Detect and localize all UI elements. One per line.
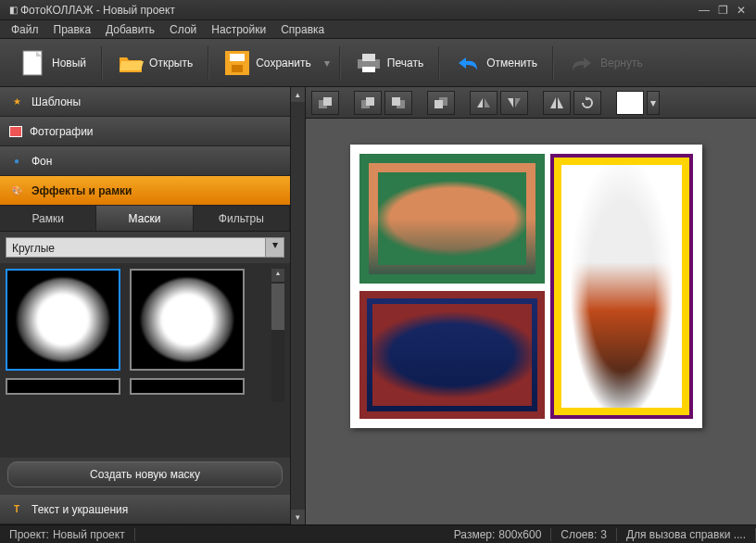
mask-thumb-3[interactable] (6, 378, 120, 395)
scroll-up-icon[interactable]: ▴ (291, 87, 305, 102)
redo-button[interactable]: Вернуть (560, 46, 652, 80)
send-back-button[interactable] (427, 91, 455, 115)
layer-up-button[interactable] (354, 91, 382, 115)
toolbar-separator (208, 46, 209, 80)
app-icon: ◧ (6, 3, 20, 18)
mask-thumbnails: ▴ (0, 263, 290, 458)
bring-front-button[interactable] (311, 91, 339, 115)
svg-marker-21 (558, 97, 563, 108)
main-toolbar: Новый Открыть Сохранить ▾ Печать Отменит… (0, 39, 756, 87)
status-layers: Слоев: 3 (551, 528, 617, 541)
accordion-templates[interactable]: ★ Шаблоны (0, 87, 290, 117)
tab-filters[interactable]: Фильтры (194, 206, 290, 231)
tab-frames[interactable]: Рамки (0, 206, 96, 231)
accordion-photos[interactable]: Фотографии (0, 117, 290, 146)
menu-add[interactable]: Добавить (98, 21, 162, 38)
main-area: ★ Шаблоны Фотографии ● Фон 🎨 Эффекты и р… (0, 87, 756, 524)
menubar: Файл Правка Добавить Слой Настройки Спра… (0, 20, 756, 39)
thumbs-scrollbar[interactable]: ▴ (271, 269, 284, 402)
svg-rect-15 (435, 100, 443, 108)
flip-h-button[interactable] (470, 91, 498, 115)
svg-marker-19 (515, 98, 521, 107)
subtabs: Рамки Маски Фильтры (0, 206, 290, 232)
left-scrollbar[interactable]: ▴ ▾ (290, 87, 305, 524)
save-button[interactable]: Сохранить (215, 46, 321, 80)
accordion-label: Эффекты и рамки (32, 184, 132, 197)
new-button[interactable]: Новый (11, 46, 95, 80)
layer-down-button[interactable] (384, 91, 412, 115)
minimize-button[interactable]: — (695, 4, 713, 17)
floppy-icon (224, 50, 250, 76)
svg-rect-11 (366, 97, 374, 106)
page-dropdown[interactable]: ▾ (647, 91, 660, 115)
status-help: Для вызова справки .... (617, 528, 756, 541)
redo-icon (569, 50, 595, 76)
toolbar-separator (552, 46, 554, 80)
tab-masks[interactable]: Маски (96, 206, 193, 231)
print-button[interactable]: Печать (346, 46, 433, 80)
menu-settings[interactable]: Настройки (204, 21, 273, 38)
star-icon: ★ (9, 95, 24, 109)
maximize-button[interactable]: ❐ (713, 4, 732, 17)
toolbar-separator (339, 46, 341, 80)
mirror-button[interactable] (543, 91, 571, 115)
mask-thumb-4[interactable] (130, 378, 245, 395)
text-icon: T (9, 502, 24, 517)
create-mask-button[interactable]: Создать новую маску (7, 461, 283, 487)
rotate-button[interactable] (573, 91, 601, 115)
svg-rect-23 (624, 96, 636, 109)
svg-marker-17 (485, 98, 490, 107)
accordion-label: Фон (32, 155, 52, 168)
new-label: Новый (52, 57, 86, 69)
undo-icon (455, 50, 481, 76)
dropdown-value: Круглые (6, 238, 265, 257)
open-button[interactable]: Открыть (108, 46, 202, 80)
photo-icon (9, 126, 22, 137)
scrollbar-thumb[interactable] (271, 284, 284, 330)
right-panel: ▾ (306, 87, 756, 524)
status-project: Проект: Новый проект (0, 528, 135, 541)
svg-marker-16 (477, 98, 483, 107)
mask-category-dropdown[interactable]: Круглые ▾ (6, 237, 284, 258)
svg-rect-7 (362, 67, 375, 72)
folder-open-icon (118, 50, 144, 76)
collage-image-2[interactable] (359, 291, 545, 419)
page-button[interactable] (616, 91, 644, 115)
accordion-label: Фотографии (30, 125, 94, 138)
titlebar: ◧ ФотоКОЛЛАЖ - Новый проект — ❐ ✕ (0, 0, 756, 20)
scroll-down-icon[interactable]: ▾ (291, 510, 305, 524)
mask-thumb-2[interactable] (130, 269, 245, 371)
menu-help[interactable]: Справка (273, 21, 332, 38)
menu-layer[interactable]: Слой (162, 21, 204, 38)
canvas-toolbar: ▾ (306, 87, 756, 119)
undo-button[interactable]: Отменить (446, 46, 547, 80)
save-label: Сохранить (256, 57, 311, 69)
svg-rect-3 (230, 54, 245, 61)
collage-page[interactable] (350, 145, 702, 428)
accordion-label: Шаблоны (32, 95, 81, 108)
close-button[interactable]: ✕ (732, 4, 750, 17)
menu-file[interactable]: Файл (4, 21, 46, 38)
svg-marker-20 (550, 97, 556, 108)
accordion-background[interactable]: ● Фон (0, 146, 290, 176)
statusbar: Проект: Новый проект Размер: 800x600 Сло… (0, 524, 756, 543)
menu-edit[interactable]: Правка (46, 21, 99, 38)
accordion-effects[interactable]: 🎨 Эффекты и рамки (0, 176, 290, 206)
left-panel: ★ Шаблоны Фотографии ● Фон 🎨 Эффекты и р… (0, 87, 306, 524)
window-title: ФотоКОЛЛАЖ - Новый проект (20, 4, 695, 17)
globe-icon: ● (9, 154, 24, 169)
svg-rect-9 (323, 97, 332, 106)
collage-image-1[interactable] (359, 154, 545, 284)
flip-v-button[interactable] (500, 91, 528, 115)
save-dropdown[interactable]: ▾ (321, 57, 334, 69)
accordion-label: Текст и украшения (32, 503, 128, 516)
chevron-down-icon: ▾ (265, 238, 284, 257)
collage-image-3[interactable] (550, 154, 693, 419)
palette-icon: 🎨 (9, 183, 24, 198)
redo-label: Вернуть (600, 57, 643, 69)
accordion-text[interactable]: T Текст и украшения (0, 495, 290, 524)
scroll-track[interactable] (291, 102, 305, 510)
mask-thumb-1[interactable] (6, 269, 120, 371)
new-file-icon (20, 50, 46, 76)
canvas-area[interactable] (306, 119, 756, 524)
